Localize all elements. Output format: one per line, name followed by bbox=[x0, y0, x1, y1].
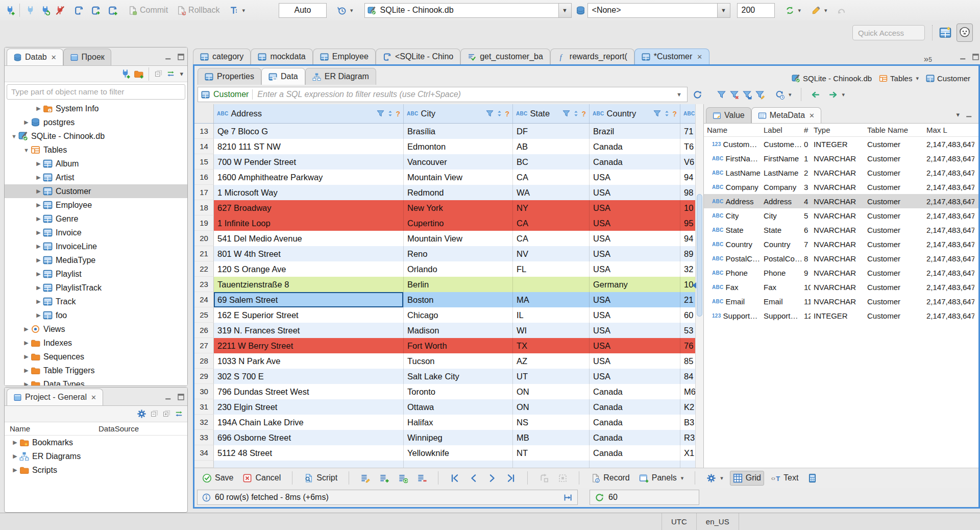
breadcrumb-connection[interactable]: SQLite - Chinook.db bbox=[792, 74, 872, 83]
minimize-icon[interactable] bbox=[164, 53, 173, 61]
filter-history-arrow-icon[interactable]: ▼ bbox=[674, 91, 684, 98]
metadata-column-header[interactable]: Type bbox=[811, 126, 864, 134]
grid-cell[interactable]: Toronto bbox=[404, 384, 513, 399]
refresh-icon[interactable] bbox=[595, 493, 604, 502]
grid-cell[interactable]: NY bbox=[513, 200, 590, 215]
grid-cell[interactable]: UT bbox=[513, 369, 590, 384]
grid-cell[interactable]: CA bbox=[513, 215, 590, 231]
tab-value-viewer[interactable]: Value bbox=[706, 107, 751, 123]
grid-cell[interactable]: USA bbox=[590, 185, 680, 200]
column-sort-icon[interactable] bbox=[386, 109, 395, 118]
column-help-icon[interactable]: ? bbox=[396, 110, 400, 118]
tab-overflow-indicator[interactable]: »5 bbox=[924, 54, 959, 64]
grid-cell[interactable]: Yellowknife bbox=[404, 445, 513, 461]
tree-item-sequences[interactable]: ▶Sequences bbox=[5, 350, 187, 364]
expand-arrow-icon[interactable]: ▶ bbox=[34, 243, 43, 250]
tree-item-artist[interactable]: ▶Artist bbox=[5, 171, 187, 184]
grid-cell[interactable]: CA bbox=[513, 170, 590, 185]
grid-cell[interactable]: 162 E Superior Street bbox=[214, 307, 404, 323]
editor-tab--sqlite-chino[interactable]: <SQLite - Chino bbox=[376, 49, 460, 64]
project-item-er-diagrams[interactable]: ▶ER Diagrams bbox=[5, 449, 187, 463]
tree-item-invoice[interactable]: ▶Invoice bbox=[5, 226, 187, 239]
new-connection-icon[interactable] bbox=[5, 6, 15, 15]
editor-tab-category[interactable]: category bbox=[193, 49, 251, 64]
column-header-name[interactable]: Name bbox=[5, 424, 99, 433]
commit-mode-combo[interactable]: Auto bbox=[279, 3, 327, 18]
expand-arrow-icon[interactable]: ▶ bbox=[11, 439, 19, 446]
row-number[interactable]: 24 bbox=[194, 292, 214, 307]
expand-arrow-icon[interactable]: ▶ bbox=[34, 202, 43, 208]
save-button[interactable]: Save bbox=[200, 471, 236, 485]
row-number[interactable]: 26 bbox=[194, 323, 214, 338]
grid-cell[interactable]: 8210 111 ST NW bbox=[214, 139, 404, 154]
expand-arrow-icon[interactable]: ▶ bbox=[34, 188, 43, 195]
row-number[interactable]: 31 bbox=[194, 399, 214, 415]
grid-cell[interactable]: Tucson bbox=[404, 353, 513, 369]
expand-arrow-icon[interactable]: ▶ bbox=[34, 160, 43, 167]
row-number[interactable]: 34 bbox=[194, 445, 214, 461]
tab-projects[interactable]: Проек bbox=[63, 49, 111, 65]
record-button[interactable]: Record bbox=[588, 471, 632, 485]
grid-cell[interactable]: Brazil bbox=[590, 124, 680, 139]
grid-cell[interactable]: ON bbox=[513, 384, 590, 399]
grid-cell[interactable]: ON bbox=[513, 399, 590, 415]
editor-tab-rewards-report-[interactable]: frewards_report( bbox=[550, 49, 634, 64]
tree-item-track[interactable]: ▶Track bbox=[5, 295, 187, 308]
expand-arrow-icon[interactable]: ▶ bbox=[34, 229, 43, 236]
row-number[interactable]: 14 bbox=[194, 139, 214, 154]
expand-arrow-icon[interactable]: ▶ bbox=[22, 381, 31, 386]
grid-cell[interactable]: Edmonton bbox=[404, 139, 513, 154]
settings-button[interactable]: ▾ bbox=[704, 471, 726, 485]
new-sql-script-icon[interactable] bbox=[108, 6, 117, 15]
expand-arrow-icon[interactable]: ▶ bbox=[11, 453, 19, 460]
grid-cell[interactable]: 230 Elgin Street bbox=[214, 399, 404, 415]
column-sort-icon[interactable] bbox=[495, 109, 504, 118]
table-editor-perspective-icon[interactable] bbox=[939, 27, 951, 39]
grid-cell[interactable]: Mountain View bbox=[404, 231, 513, 246]
previous-row-button[interactable] bbox=[466, 471, 481, 485]
grid-cell[interactable]: MA bbox=[513, 292, 590, 307]
metadata-row[interactable]: ABCFaxFax10NVARCHARCustomer2,147,483,647 bbox=[704, 280, 978, 294]
editor-tab-mockdata[interactable]: mockdata bbox=[251, 49, 312, 64]
script-button[interactable]: Script bbox=[301, 471, 340, 485]
grid-cell[interactable]: FL bbox=[513, 261, 590, 277]
minimize-icon[interactable] bbox=[959, 53, 967, 61]
grid-cell[interactable]: 796 Dundas Street West bbox=[214, 384, 404, 399]
tree-item-foo[interactable]: ▶foo bbox=[5, 308, 187, 322]
expand-arrow-icon[interactable]: ▶ bbox=[34, 257, 43, 263]
grid-cell[interactable]: BC bbox=[513, 154, 590, 170]
save-filter-icon[interactable] bbox=[742, 90, 752, 100]
grid-cell[interactable]: Winnipeg bbox=[404, 430, 513, 445]
grid-cell[interactable]: NV bbox=[513, 246, 590, 261]
grid-cell[interactable]: 1 Microsoft Way bbox=[214, 185, 404, 200]
navigator-filter-input[interactable] bbox=[7, 84, 185, 100]
grid-cell[interactable]: IL bbox=[513, 307, 590, 323]
disconnect-icon[interactable] bbox=[55, 6, 65, 15]
metadata-column-header[interactable]: Table Name bbox=[864, 126, 923, 134]
commit-button[interactable]: Commit bbox=[126, 4, 170, 17]
subtab-data[interactable]: ‹›Data bbox=[261, 68, 305, 85]
open-sql-console-icon[interactable] bbox=[91, 6, 101, 15]
row-number[interactable]: 13 bbox=[194, 124, 214, 139]
new-sql-editor-icon[interactable] bbox=[74, 6, 84, 15]
collapse-all-icon[interactable] bbox=[150, 409, 159, 418]
expand-arrow-icon[interactable]: ▶ bbox=[34, 298, 43, 305]
grid-cell[interactable]: NS bbox=[513, 415, 590, 430]
paint-button[interactable]: ▾ bbox=[809, 4, 829, 17]
grid-cell[interactable]: USA bbox=[590, 338, 680, 353]
row-number[interactable]: 27 bbox=[194, 338, 214, 353]
first-row-button[interactable] bbox=[447, 471, 462, 485]
grid-cell[interactable]: Boston bbox=[404, 292, 513, 307]
grid-cell[interactable]: Canada bbox=[590, 384, 680, 399]
text-view-button[interactable]: ‹›TText bbox=[768, 471, 801, 485]
grid-cell[interactable]: 69 Salem Street bbox=[214, 292, 404, 307]
grid-cell[interactable]: Canada bbox=[590, 445, 680, 461]
connection-combo[interactable]: SQLite - Chinook.db ▼ bbox=[364, 3, 572, 18]
breadcrumb-tables[interactable]: Tables ▾ bbox=[879, 74, 919, 83]
grid-cell[interactable]: MB bbox=[513, 430, 590, 445]
expand-arrow-icon[interactable]: ▶ bbox=[34, 284, 43, 291]
tab-metadata[interactable]: MetaData ✕ bbox=[751, 107, 821, 123]
reconnect-icon[interactable] bbox=[40, 6, 50, 15]
row-number[interactable]: 22 bbox=[194, 261, 214, 277]
grid-cell[interactable]: USA bbox=[590, 200, 680, 215]
